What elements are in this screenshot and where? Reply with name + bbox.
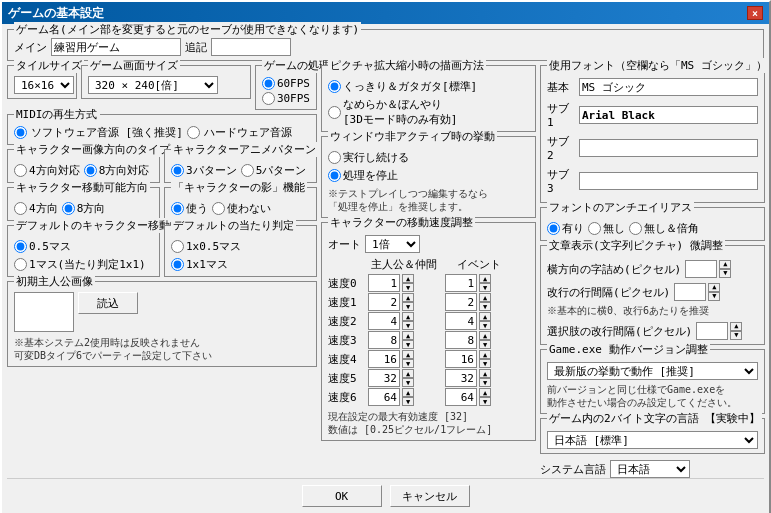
- hero-speed-input[interactable]: [368, 369, 400, 387]
- hero-speed-up[interactable]: ▲: [402, 369, 414, 378]
- hero-speed-input[interactable]: [368, 293, 400, 311]
- close-button[interactable]: ×: [747, 6, 763, 20]
- win-continue-label[interactable]: 実行し続ける: [343, 150, 409, 165]
- event-speed-down[interactable]: ▼: [479, 397, 491, 406]
- select-spacing-up[interactable]: ▲: [730, 322, 742, 331]
- move-dir-4-radio[interactable]: [14, 202, 27, 215]
- event-speed-input[interactable]: [445, 312, 477, 330]
- font-alias-yes-radio[interactable]: [547, 222, 560, 235]
- event-speed-down[interactable]: ▼: [479, 283, 491, 292]
- event-speed-input[interactable]: [445, 369, 477, 387]
- event-speed-up[interactable]: ▲: [479, 350, 491, 359]
- shadow-on-radio[interactable]: [171, 202, 184, 215]
- cancel-button[interactable]: キャンセル: [390, 485, 470, 507]
- char-dir-8-radio[interactable]: [84, 164, 97, 177]
- hero-speed-up[interactable]: ▲: [402, 293, 414, 302]
- char-dir-4-label[interactable]: 4方向対応: [29, 163, 80, 178]
- move-dir-4-label[interactable]: 4方向: [29, 201, 58, 216]
- game-name-main-input[interactable]: [51, 38, 181, 56]
- auto-speed-select[interactable]: 1倍: [365, 235, 420, 253]
- event-speed-up[interactable]: ▲: [479, 331, 491, 340]
- pic-scale-smooth-radio[interactable]: [328, 106, 341, 119]
- hero-speed-input[interactable]: [368, 350, 400, 368]
- load-image-button[interactable]: 読込: [78, 292, 138, 314]
- hero-speed-down[interactable]: ▼: [402, 378, 414, 387]
- font-alias-yes-label[interactable]: 有り: [562, 221, 584, 236]
- event-speed-down[interactable]: ▼: [479, 340, 491, 349]
- char-anim-3-label[interactable]: 3パターン: [186, 163, 237, 178]
- hero-speed-input[interactable]: [368, 274, 400, 292]
- event-speed-down[interactable]: ▼: [479, 359, 491, 368]
- font-sub1-input[interactable]: [579, 106, 758, 124]
- event-speed-input[interactable]: [445, 274, 477, 292]
- char-dir-4-radio[interactable]: [14, 164, 27, 177]
- line-spacing-down[interactable]: ▼: [708, 292, 720, 301]
- font-sub2-input[interactable]: [579, 139, 758, 157]
- default-hit-1-radio[interactable]: [171, 258, 184, 271]
- event-speed-input[interactable]: [445, 388, 477, 406]
- font-alias-double-label[interactable]: 無し＆倍角: [644, 221, 699, 236]
- event-speed-up[interactable]: ▲: [479, 369, 491, 378]
- char-dir-8-label[interactable]: 8方向対応: [99, 163, 150, 178]
- event-speed-up[interactable]: ▲: [479, 388, 491, 397]
- midi-software-label[interactable]: ソフトウェア音源 [強く推奨]: [31, 125, 183, 140]
- font-alias-no-radio[interactable]: [588, 222, 601, 235]
- fps-30-label[interactable]: 30FPS: [277, 92, 310, 105]
- font-alias-double-radio[interactable]: [629, 222, 642, 235]
- win-continue-radio[interactable]: [328, 151, 341, 164]
- hero-speed-up[interactable]: ▲: [402, 331, 414, 340]
- tile-size-select[interactable]: 16×16: [14, 76, 74, 94]
- shadow-off-label[interactable]: 使わない: [227, 201, 271, 216]
- default-hit-05-label[interactable]: 1x0.5マス: [186, 239, 241, 254]
- event-speed-down[interactable]: ▼: [479, 378, 491, 387]
- event-speed-down[interactable]: ▼: [479, 321, 491, 330]
- font-basic-input[interactable]: [579, 78, 758, 96]
- byte2-lang-select[interactable]: 日本語 [標準]: [547, 431, 758, 449]
- hero-speed-down[interactable]: ▼: [402, 397, 414, 406]
- shadow-off-radio[interactable]: [212, 202, 225, 215]
- hero-speed-down[interactable]: ▼: [402, 302, 414, 311]
- win-stop-radio[interactable]: [328, 169, 341, 182]
- hero-speed-down[interactable]: ▼: [402, 340, 414, 349]
- hero-speed-input[interactable]: [368, 331, 400, 349]
- default-move-1-label[interactable]: 1マス(当たり判定1x1): [29, 257, 146, 272]
- win-stop-label[interactable]: 処理を停止: [343, 168, 398, 183]
- move-dir-8-radio[interactable]: [62, 202, 75, 215]
- fps-60-label[interactable]: 60FPS: [277, 77, 310, 90]
- font-sub3-input[interactable]: [579, 172, 758, 190]
- hero-speed-up[interactable]: ▲: [402, 274, 414, 283]
- event-speed-down[interactable]: ▼: [479, 302, 491, 311]
- hero-speed-down[interactable]: ▼: [402, 359, 414, 368]
- select-spacing-input[interactable]: 9: [696, 322, 728, 340]
- default-hit-05-radio[interactable]: [171, 240, 184, 253]
- h-spacing-input[interactable]: 0: [685, 260, 717, 278]
- pic-scale-crisp-radio[interactable]: [328, 80, 341, 93]
- hero-speed-up[interactable]: ▲: [402, 388, 414, 397]
- system-lang-select[interactable]: 日本語: [610, 460, 690, 478]
- default-hit-1-label[interactable]: 1x1マス: [186, 257, 228, 272]
- midi-hardware-radio[interactable]: [187, 126, 200, 139]
- event-speed-input[interactable]: [445, 331, 477, 349]
- shadow-on-label[interactable]: 使う: [186, 201, 208, 216]
- screen-size-select[interactable]: 320 × 240[倍]: [88, 76, 218, 94]
- hero-speed-up[interactable]: ▲: [402, 312, 414, 321]
- game-name-suffix-input[interactable]: [211, 38, 291, 56]
- char-anim-5-radio[interactable]: [241, 164, 254, 177]
- font-alias-no-label[interactable]: 無し: [603, 221, 625, 236]
- hero-speed-input[interactable]: [368, 388, 400, 406]
- h-spacing-down[interactable]: ▼: [719, 269, 731, 278]
- pic-scale-crisp-label[interactable]: くっきり＆ガタガタ[標準]: [343, 79, 477, 94]
- hero-speed-down[interactable]: ▼: [402, 321, 414, 330]
- ok-button[interactable]: OK: [302, 485, 382, 507]
- hero-speed-up[interactable]: ▲: [402, 350, 414, 359]
- line-spacing-input[interactable]: 6: [674, 283, 706, 301]
- event-speed-up[interactable]: ▲: [479, 312, 491, 321]
- hero-speed-down[interactable]: ▼: [402, 283, 414, 292]
- event-speed-up[interactable]: ▲: [479, 274, 491, 283]
- fps-30-radio[interactable]: [262, 92, 275, 105]
- game-exe-select[interactable]: 最新版の挙動で動作 [推奨]: [547, 362, 758, 380]
- default-move-05-label[interactable]: 0.5マス: [29, 239, 71, 254]
- line-spacing-up[interactable]: ▲: [708, 283, 720, 292]
- midi-software-radio[interactable]: [14, 126, 27, 139]
- move-dir-8-label[interactable]: 8方向: [77, 201, 106, 216]
